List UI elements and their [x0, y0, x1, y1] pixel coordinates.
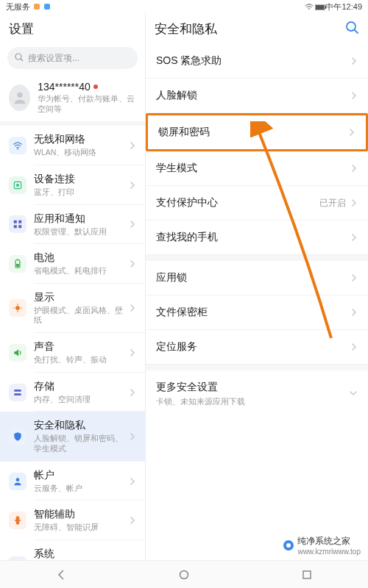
svg-rect-12	[18, 220, 21, 223]
detail-item-student[interactable]: 学生模式	[146, 151, 368, 186]
item-title: 锁屏和密码	[158, 126, 210, 139]
account-name: 134******40	[38, 81, 91, 93]
apps-icon	[9, 215, 26, 233]
sidebar-item-display[interactable]: 显示 护眼模式、桌面风格、壁纸	[0, 284, 145, 333]
item-title: 显示	[34, 291, 129, 304]
watermark-url: www.kzmriwww.top	[297, 548, 361, 556]
sidebar-item-access[interactable]: 智能辅助 无障碍、智能识屏	[0, 501, 145, 540]
item-sub: 卡锁、未知来源应用下载	[156, 396, 245, 407]
search-icon	[15, 53, 24, 64]
display-icon	[9, 299, 26, 317]
chevron-right-icon	[129, 258, 136, 270]
item-sub: 蓝牙、打印	[34, 187, 129, 198]
item-title: 人脸解锁	[156, 89, 197, 102]
chevron-right-icon	[129, 476, 136, 487]
sidebar-title: 设置	[0, 13, 145, 44]
item-title: 更多安全设置	[156, 381, 245, 394]
item-title: 支付保护中心	[156, 196, 218, 209]
svg-rect-23	[14, 389, 21, 391]
app-icon	[33, 3, 40, 10]
detail-item-safe[interactable]: 文件保密柜	[146, 295, 368, 330]
device-icon	[9, 176, 26, 194]
app-icon	[43, 3, 51, 10]
detail-item-lock[interactable]: 锁屏和密码	[146, 113, 368, 151]
chevron-right-icon	[129, 140, 136, 151]
chevron-right-icon	[129, 387, 136, 398]
item-title: 应用锁	[156, 271, 187, 284]
item-title: 智能辅助	[34, 508, 129, 521]
chevron-right-icon	[350, 272, 358, 284]
svg-point-18	[15, 306, 20, 311]
sidebar-list: 无线和网络 WLAN、移动网络 设备连接 蓝牙、打印 应用和通知 权限管理、默认…	[0, 126, 145, 560]
detail-item-findphone[interactable]: 查找我的手机	[146, 220, 368, 255]
detail-item-sos[interactable]: SOS 紧急求助	[146, 44, 368, 79]
nav-back-button[interactable]	[54, 567, 68, 582]
access-icon	[9, 512, 26, 529]
item-sub: 内存、空间清理	[34, 395, 129, 405]
item-sub: WLAN、移动网络	[34, 148, 129, 158]
chevron-right-icon	[129, 431, 136, 442]
svg-point-31	[286, 543, 291, 548]
chevron-right-icon	[348, 126, 355, 138]
sidebar-item-battery[interactable]: 电池 省电模式、耗电排行	[0, 244, 145, 284]
nav-recent-button[interactable]	[300, 567, 314, 582]
detail-item-payment[interactable]: 支付保护中心已开启	[146, 186, 368, 220]
item-title: 文件保密柜	[156, 306, 208, 319]
sidebar-item-security[interactable]: 安全和隐私 人脸解锁、锁屏和密码、学生模式	[0, 412, 145, 461]
svg-rect-11	[14, 220, 17, 223]
search-placeholder: 搜索设置项...	[28, 52, 79, 65]
search-button[interactable]	[344, 20, 359, 38]
detail-item-location[interactable]: 定位服务	[146, 330, 368, 365]
no-service-label: 无服务	[6, 1, 30, 12]
svg-rect-17	[16, 264, 19, 267]
svg-rect-13	[14, 226, 17, 229]
chevron-down-icon	[349, 388, 358, 400]
item-sub: 省电模式、耗电排行	[34, 266, 129, 276]
wifi-icon	[9, 137, 26, 154]
detail-item-applock[interactable]: 应用锁	[146, 261, 368, 295]
watermark-name: 纯净系统之家	[297, 535, 361, 548]
item-sub: 无障碍、智能识屏	[34, 523, 129, 533]
item-title: 设备连接	[34, 173, 129, 186]
item-sub: 权限管理、默认应用	[34, 227, 129, 237]
status-bar: 无服务 中午12:49	[0, 0, 368, 13]
detail-item-more[interactable]: 更多安全设置 卡锁、未知来源应用下载	[146, 370, 368, 417]
item-title: 定位服务	[156, 340, 197, 354]
item-title: 存储	[34, 380, 129, 393]
item-sub: 免打扰、铃声、振动	[34, 355, 129, 365]
sidebar-item-wifi[interactable]: 无线和网络 WLAN、移动网络	[0, 126, 145, 165]
wifi-icon	[305, 3, 312, 10]
chevron-right-icon	[350, 162, 358, 174]
detail-title-row: 安全和隐私	[146, 13, 368, 44]
battery-icon	[315, 3, 322, 10]
chevron-right-icon	[350, 341, 358, 353]
clock-label: 中午12:49	[325, 1, 362, 12]
search-input[interactable]: 搜索设置项...	[7, 47, 138, 69]
svg-line-29	[355, 30, 358, 33]
svg-rect-3	[316, 5, 324, 10]
sidebar-item-account[interactable]: 帐户 云服务、帐户	[0, 462, 145, 501]
sidebar-item-apps[interactable]: 应用和通知 权限管理、默认应用	[0, 205, 145, 245]
detail-pane: 安全和隐私 SOS 紧急求助人脸解锁锁屏和密码学生模式支付保护中心已开启查找我的…	[146, 13, 368, 560]
svg-rect-1	[44, 4, 50, 10]
sidebar-item-device[interactable]: 设备连接 蓝牙、打印	[0, 165, 145, 205]
item-title: 帐户	[34, 469, 129, 482]
account-row[interactable]: 134******40 华为帐号、付款与账单、云空间等	[0, 75, 145, 121]
svg-rect-24	[14, 393, 21, 395]
svg-rect-16	[17, 259, 18, 260]
account-icon	[9, 473, 26, 490]
nav-home-button[interactable]	[177, 567, 191, 582]
chevron-right-icon	[350, 90, 358, 101]
account-sub: 华为帐号、付款与账单、云空间等	[38, 94, 136, 114]
svg-point-28	[347, 22, 355, 31]
sidebar-item-system[interactable]: 系统 系统导航、系统更新、关于平板、语言和输入法	[0, 540, 145, 560]
svg-line-6	[21, 59, 23, 61]
item-title: 应用和通知	[34, 212, 129, 226]
item-sub: 人脸解锁、锁屏和密码、学生模式	[34, 434, 129, 453]
sidebar-item-storage[interactable]: 存储 内存、空间清理	[0, 373, 145, 412]
security-icon	[9, 428, 26, 445]
chevron-right-icon	[129, 302, 136, 314]
svg-point-25	[16, 478, 20, 481]
sidebar-item-sound[interactable]: 声音 免打扰、铃声、振动	[0, 333, 145, 373]
detail-item-face[interactable]: 人脸解锁	[146, 79, 368, 113]
